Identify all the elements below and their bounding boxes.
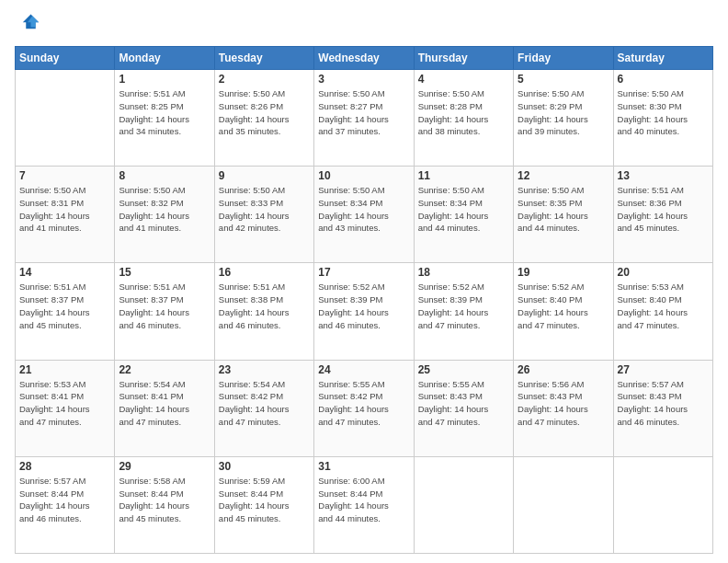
day-info: Sunrise: 5:50 AM Sunset: 8:32 PM Dayligh… — [119, 184, 210, 235]
calendar-cell: 21Sunrise: 5:53 AM Sunset: 8:41 PM Dayli… — [16, 360, 115, 456]
day-info: Sunrise: 5:50 AM Sunset: 8:34 PM Dayligh… — [418, 184, 509, 235]
day-info: Sunrise: 5:53 AM Sunset: 8:41 PM Dayligh… — [19, 378, 110, 429]
day-number: 29 — [119, 460, 210, 473]
day-number: 24 — [318, 363, 409, 376]
calendar-cell: 4Sunrise: 5:50 AM Sunset: 8:28 PM Daylig… — [414, 70, 513, 167]
day-info: Sunrise: 5:50 AM Sunset: 8:35 PM Dayligh… — [518, 184, 609, 235]
day-number: 3 — [318, 73, 409, 86]
calendar-cell: 16Sunrise: 5:51 AM Sunset: 8:38 PM Dayli… — [214, 263, 313, 360]
day-number: 22 — [119, 363, 210, 376]
calendar-cell: 15Sunrise: 5:51 AM Sunset: 8:37 PM Dayli… — [115, 263, 214, 360]
day-number: 1 — [119, 73, 210, 86]
weekday-header-wednesday: Wednesday — [314, 47, 414, 70]
calendar-cell: 30Sunrise: 5:59 AM Sunset: 8:44 PM Dayli… — [214, 456, 313, 553]
calendar-cell: 28Sunrise: 5:57 AM Sunset: 8:44 PM Dayli… — [16, 456, 115, 553]
calendar-cell: 6Sunrise: 5:50 AM Sunset: 8:30 PM Daylig… — [613, 70, 712, 167]
week-row-4: 21Sunrise: 5:53 AM Sunset: 8:41 PM Dayli… — [16, 360, 713, 456]
calendar-cell: 12Sunrise: 5:50 AM Sunset: 8:35 PM Dayli… — [514, 167, 613, 263]
day-info: Sunrise: 5:59 AM Sunset: 8:44 PM Dayligh… — [219, 475, 310, 525]
calendar-cell: 23Sunrise: 5:54 AM Sunset: 8:42 PM Dayli… — [214, 360, 313, 456]
calendar-cell: 18Sunrise: 5:52 AM Sunset: 8:39 PM Dayli… — [414, 263, 513, 360]
day-info: Sunrise: 5:50 AM Sunset: 8:26 PM Dayligh… — [219, 87, 310, 138]
calendar-cell: 14Sunrise: 5:51 AM Sunset: 8:37 PM Dayli… — [16, 263, 115, 360]
calendar-cell — [16, 70, 115, 167]
day-info: Sunrise: 5:54 AM Sunset: 8:41 PM Dayligh… — [119, 378, 210, 429]
calendar-cell: 7Sunrise: 5:50 AM Sunset: 8:31 PM Daylig… — [16, 167, 115, 263]
day-number: 10 — [318, 169, 409, 182]
week-row-5: 28Sunrise: 5:57 AM Sunset: 8:44 PM Dayli… — [16, 456, 713, 553]
day-number: 21 — [19, 363, 110, 376]
calendar-cell: 29Sunrise: 5:58 AM Sunset: 8:44 PM Dayli… — [115, 456, 214, 553]
calendar-cell: 3Sunrise: 5:50 AM Sunset: 8:27 PM Daylig… — [314, 70, 414, 167]
day-number: 9 — [219, 169, 310, 182]
calendar-cell: 2Sunrise: 5:50 AM Sunset: 8:26 PM Daylig… — [214, 70, 313, 167]
day-info: Sunrise: 5:51 AM Sunset: 8:36 PM Dayligh… — [618, 184, 709, 235]
day-number: 13 — [618, 169, 709, 182]
day-info: Sunrise: 5:56 AM Sunset: 8:43 PM Dayligh… — [518, 378, 609, 429]
calendar-cell: 10Sunrise: 5:50 AM Sunset: 8:34 PM Dayli… — [314, 167, 414, 263]
day-info: Sunrise: 6:00 AM Sunset: 8:44 PM Dayligh… — [318, 475, 409, 525]
day-number: 4 — [418, 73, 509, 86]
day-number: 19 — [518, 266, 609, 279]
day-info: Sunrise: 5:58 AM Sunset: 8:44 PM Dayligh… — [119, 475, 210, 525]
calendar-cell: 22Sunrise: 5:54 AM Sunset: 8:41 PM Dayli… — [115, 360, 214, 456]
weekday-header-thursday: Thursday — [414, 47, 513, 70]
calendar-cell: 25Sunrise: 5:55 AM Sunset: 8:43 PM Dayli… — [414, 360, 513, 456]
day-number: 7 — [19, 169, 110, 182]
week-row-1: 1Sunrise: 5:51 AM Sunset: 8:25 PM Daylig… — [16, 70, 713, 167]
day-number: 25 — [418, 363, 509, 376]
day-number: 30 — [219, 460, 310, 473]
weekday-header-monday: Monday — [115, 47, 214, 70]
day-info: Sunrise: 5:57 AM Sunset: 8:44 PM Dayligh… — [19, 475, 110, 525]
day-number: 31 — [318, 460, 409, 473]
calendar-cell: 19Sunrise: 5:52 AM Sunset: 8:40 PM Dayli… — [514, 263, 613, 360]
calendar-table: SundayMondayTuesdayWednesdayThursdayFrid… — [15, 46, 713, 554]
day-info: Sunrise: 5:52 AM Sunset: 8:39 PM Dayligh… — [318, 281, 409, 331]
day-info: Sunrise: 5:51 AM Sunset: 8:37 PM Dayligh… — [119, 281, 210, 331]
calendar-cell: 5Sunrise: 5:50 AM Sunset: 8:29 PM Daylig… — [514, 70, 613, 167]
calendar-cell: 20Sunrise: 5:53 AM Sunset: 8:40 PM Dayli… — [613, 263, 712, 360]
week-row-3: 14Sunrise: 5:51 AM Sunset: 8:37 PM Dayli… — [16, 263, 713, 360]
weekday-header-tuesday: Tuesday — [214, 47, 313, 70]
calendar-cell — [613, 456, 712, 553]
day-number: 15 — [119, 266, 210, 279]
day-number: 14 — [19, 266, 110, 279]
day-info: Sunrise: 5:55 AM Sunset: 8:43 PM Dayligh… — [418, 378, 509, 429]
day-number: 27 — [618, 363, 709, 376]
day-number: 11 — [418, 169, 509, 182]
calendar-page: SundayMondayTuesdayWednesdayThursdayFrid… — [0, 0, 728, 563]
day-info: Sunrise: 5:54 AM Sunset: 8:42 PM Dayligh… — [219, 378, 310, 429]
day-number: 23 — [219, 363, 310, 376]
day-number: 5 — [518, 73, 609, 86]
day-info: Sunrise: 5:51 AM Sunset: 8:38 PM Dayligh… — [219, 281, 310, 331]
day-info: Sunrise: 5:50 AM Sunset: 8:28 PM Dayligh… — [418, 87, 509, 138]
day-number: 26 — [518, 363, 609, 376]
day-info: Sunrise: 5:51 AM Sunset: 8:37 PM Dayligh… — [19, 281, 110, 331]
weekday-header-row: SundayMondayTuesdayWednesdayThursdayFrid… — [16, 47, 713, 70]
calendar-cell — [414, 456, 513, 553]
day-info: Sunrise: 5:50 AM Sunset: 8:31 PM Dayligh… — [19, 184, 110, 235]
day-number: 2 — [219, 73, 310, 86]
day-info: Sunrise: 5:55 AM Sunset: 8:42 PM Dayligh… — [318, 378, 409, 429]
day-info: Sunrise: 5:52 AM Sunset: 8:40 PM Dayligh… — [518, 281, 609, 331]
calendar-cell: 9Sunrise: 5:50 AM Sunset: 8:33 PM Daylig… — [214, 167, 313, 263]
weekday-header-saturday: Saturday — [613, 47, 712, 70]
calendar-cell: 17Sunrise: 5:52 AM Sunset: 8:39 PM Dayli… — [314, 263, 414, 360]
day-number: 8 — [119, 169, 210, 182]
day-info: Sunrise: 5:51 AM Sunset: 8:25 PM Dayligh… — [119, 87, 210, 138]
logo-icon — [15, 11, 40, 37]
day-info: Sunrise: 5:50 AM Sunset: 8:33 PM Dayligh… — [219, 184, 310, 235]
day-info: Sunrise: 5:50 AM Sunset: 8:34 PM Dayligh… — [318, 184, 409, 235]
day-number: 16 — [219, 266, 310, 279]
calendar-cell: 31Sunrise: 6:00 AM Sunset: 8:44 PM Dayli… — [314, 456, 414, 553]
day-number: 28 — [19, 460, 110, 473]
day-info: Sunrise: 5:50 AM Sunset: 8:27 PM Dayligh… — [318, 87, 409, 138]
calendar-cell: 11Sunrise: 5:50 AM Sunset: 8:34 PM Dayli… — [414, 167, 513, 263]
logo — [15, 11, 44, 37]
calendar-cell — [514, 456, 613, 553]
calendar-cell: 1Sunrise: 5:51 AM Sunset: 8:25 PM Daylig… — [115, 70, 214, 167]
day-info: Sunrise: 5:50 AM Sunset: 8:30 PM Dayligh… — [618, 87, 709, 138]
day-number: 6 — [618, 73, 709, 86]
weekday-header-sunday: Sunday — [16, 47, 115, 70]
calendar-cell: 27Sunrise: 5:57 AM Sunset: 8:43 PM Dayli… — [613, 360, 712, 456]
